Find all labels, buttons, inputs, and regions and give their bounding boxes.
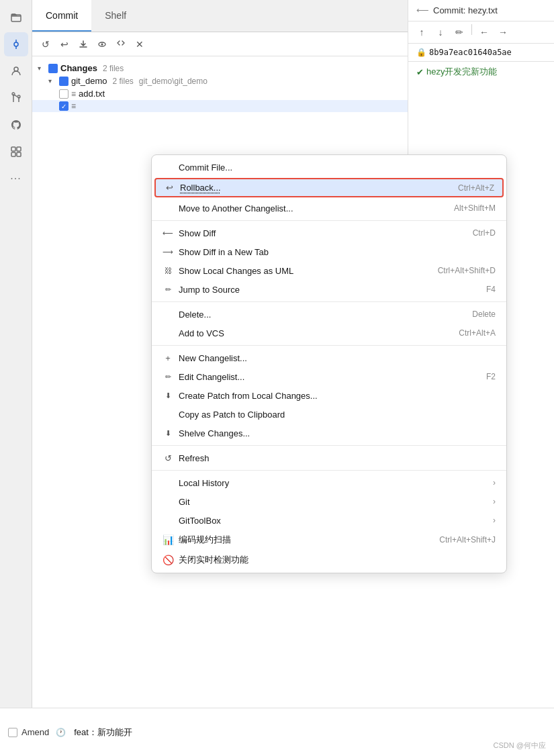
eye-button[interactable] xyxy=(94,36,110,52)
jump-source-icon: ✏ xyxy=(163,285,173,294)
amend-checkbox[interactable] xyxy=(8,728,17,737)
svg-rect-10 xyxy=(17,147,21,151)
sidebar-icon-folder[interactable] xyxy=(4,5,28,30)
menu-realtime-detect-label: 关闭实时检测功能 xyxy=(179,554,496,566)
tab-commit[interactable]: Commit xyxy=(32,0,91,32)
menu-realtime-detect[interactable]: 🚫 关闭实时检测功能 xyxy=(152,550,506,570)
menu-delete[interactable]: Delete... Delete xyxy=(152,305,506,324)
watermark: CSDN @何中应 xyxy=(494,741,546,751)
menu-create-patch-label: Create Patch from Local Changes... xyxy=(179,391,496,401)
separator-3 xyxy=(152,345,506,346)
folder-count: 2 files xyxy=(112,77,133,86)
sidebar-icon-more[interactable]: ··· xyxy=(4,167,28,191)
sidebar-icon-commit[interactable] xyxy=(4,32,28,56)
show-diff-icon: ⟵ xyxy=(163,229,173,238)
new-changelist-icon: + xyxy=(163,353,173,363)
menu-jump-source[interactable]: ✏ Jump to Source F4 xyxy=(152,280,506,299)
menu-delete-label: Delete... xyxy=(179,310,467,320)
menu-copy-patch-label: Copy as Patch to Clipboard xyxy=(179,410,496,420)
folder-icon xyxy=(59,77,68,86)
menu-refresh[interactable]: ↺ Refresh xyxy=(152,448,506,467)
menu-show-uml-shortcut: Ctrl+Alt+Shift+D xyxy=(438,266,496,275)
menu-rollback-label: Rollback... xyxy=(180,183,453,193)
menu-local-history[interactable]: Local History › xyxy=(152,473,506,492)
svg-rect-9 xyxy=(11,147,15,151)
menu-refresh-label: Refresh xyxy=(179,453,496,463)
close-button[interactable]: ✕ xyxy=(132,36,148,52)
menu-show-diff-label: Show Diff xyxy=(179,228,467,238)
menu-edit-changelist[interactable]: ✏ Edit Changelist... F2 xyxy=(152,367,506,386)
svg-point-14 xyxy=(101,43,103,45)
refresh-button[interactable]: ↺ xyxy=(38,36,54,52)
svg-point-4 xyxy=(14,67,18,71)
show-diff-tab-icon: ⟶ xyxy=(163,248,173,256)
commit-hash-row: 🔒 8b9a7eac01640a5ae xyxy=(408,44,554,62)
folder-name: git_demo xyxy=(71,76,107,86)
changes-arrow: ▾ xyxy=(38,64,46,72)
back-btn[interactable]: ← xyxy=(476,24,492,40)
menu-edit-changelist-shortcut: F2 xyxy=(486,372,496,381)
menu-copy-patch[interactable]: Copy as Patch to Clipboard xyxy=(152,405,506,424)
separator-5 xyxy=(152,470,506,471)
menu-coding-scan[interactable]: 📊 编码规约扫描 Ctrl+Alt+Shift+J xyxy=(152,530,506,550)
check-icon: ✔ xyxy=(416,67,424,77)
menu-commit-file[interactable]: Commit File... xyxy=(152,158,506,177)
menu-git[interactable]: Git › xyxy=(152,492,506,511)
undo-button[interactable]: ↩ xyxy=(56,36,73,52)
menu-shelve-label: Shelve Changes... xyxy=(179,428,496,438)
download-button[interactable] xyxy=(75,36,91,52)
menu-new-changelist[interactable]: + New Changelist... xyxy=(152,348,506,367)
file1-checkbox[interactable] xyxy=(59,89,68,99)
sidebar: ··· xyxy=(0,0,32,756)
local-history-arrow: › xyxy=(493,478,496,487)
create-patch-icon: ⬇ xyxy=(163,391,173,400)
folder-arrow: ▾ xyxy=(48,77,56,85)
gittoolbox-arrow: › xyxy=(493,516,496,525)
file1-lines-icon: ≡ xyxy=(71,89,76,99)
menu-create-patch[interactable]: ⬇ Create Patch from Local Changes... xyxy=(152,386,506,405)
menu-new-changelist-label: New Changelist... xyxy=(179,353,496,363)
menu-show-uml[interactable]: ⛓ Show Local Changes as UML Ctrl+Alt+Shi… xyxy=(152,261,506,280)
commit-text-content: feat：新功能开 xyxy=(74,727,132,737)
up-arrow-btn[interactable]: ↑ xyxy=(414,24,430,40)
rollback-icon: ↩ xyxy=(164,183,175,193)
separator-4 xyxy=(152,445,506,446)
commit-message-row: ✔ hezy开发完新功能 xyxy=(408,62,554,82)
right-panel-header: ⟵ Commit: hezy.txt xyxy=(408,0,554,21)
sidebar-icon-branches[interactable] xyxy=(4,86,28,110)
menu-edit-changelist-label: Edit Changelist... xyxy=(179,372,481,382)
forward-btn[interactable]: → xyxy=(495,24,511,40)
menu-coding-scan-shortcut: Ctrl+Alt+Shift+J xyxy=(439,535,496,545)
tab-shelf[interactable]: Shelf xyxy=(91,0,140,32)
file2-checkbox[interactable]: ✓ xyxy=(59,101,68,111)
separator-2 xyxy=(152,301,506,302)
menu-gittoolbox-label: GitToolBox xyxy=(179,516,488,526)
menu-shelve[interactable]: ⬇ Shelve Changes... xyxy=(152,424,506,442)
menu-jump-source-label: Jump to Source xyxy=(179,285,481,295)
sidebar-icon-components[interactable] xyxy=(4,140,28,164)
edit-btn[interactable]: ✏ xyxy=(451,24,467,40)
right-panel-toolbar: ↑ ↓ ✏ ← → xyxy=(408,21,554,44)
sidebar-icon-cat[interactable] xyxy=(4,113,28,137)
context-menu: Commit File... ↩ Rollback... Ctrl+Alt+Z … xyxy=(151,154,507,573)
menu-show-diff-tab[interactable]: ⟶ Show Diff in a New Tab xyxy=(152,242,506,261)
folder-path: git_demo\git_demo xyxy=(139,77,207,86)
file2-lines-icon: ≡ xyxy=(71,101,76,111)
commit-message: hezy开发完新功能 xyxy=(426,66,497,78)
right-panel: ⟵ Commit: hezy.txt ↑ ↓ ✏ ← → 🔒 8b9a7eac0… xyxy=(408,0,554,154)
file1-name: add.txt xyxy=(79,89,105,99)
sidebar-icon-users[interactable] xyxy=(4,59,28,83)
menu-rollback[interactable]: ↩ Rollback... Ctrl+Alt+Z xyxy=(154,178,504,197)
menu-move-changelist[interactable]: Move to Another Changelist... Alt+Shift+… xyxy=(152,199,506,218)
menu-move-changelist-label: Move to Another Changelist... xyxy=(179,203,449,214)
down-arrow-btn[interactable]: ↓ xyxy=(432,24,449,40)
menu-delete-shortcut: Delete xyxy=(472,310,496,319)
menu-add-vcs[interactable]: Add to VCS Ctrl+Alt+A xyxy=(152,324,506,342)
expand-button[interactable] xyxy=(113,36,129,52)
menu-git-label: Git xyxy=(179,497,488,507)
commit-hash: 8b9a7eac01640a5ae xyxy=(429,48,512,57)
menu-show-uml-label: Show Local Changes as UML xyxy=(179,266,432,276)
menu-gittoolbox[interactable]: GitToolBox › xyxy=(152,511,506,530)
menu-add-vcs-shortcut: Ctrl+Alt+A xyxy=(459,328,496,338)
menu-show-diff[interactable]: ⟵ Show Diff Ctrl+D xyxy=(152,224,506,242)
